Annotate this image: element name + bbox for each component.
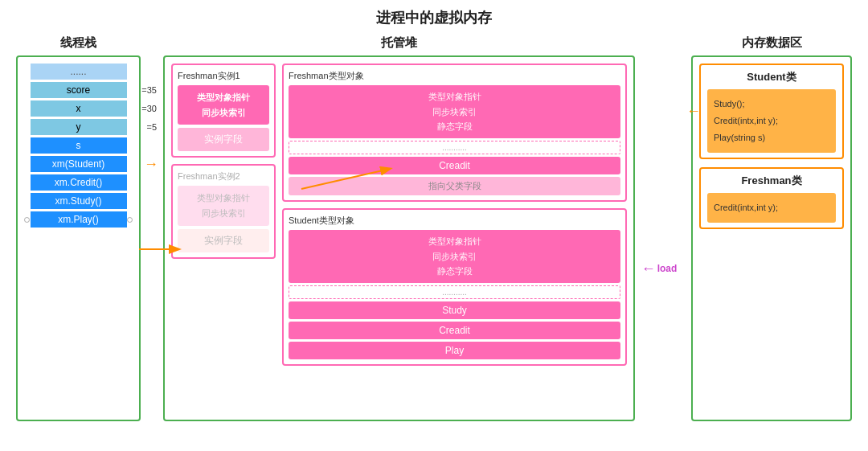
memory-section-label: 内存数据区 <box>742 35 802 51</box>
thread-stack-box: ...... score =35 x =30 y =5 s xm(Student… <box>16 55 141 421</box>
freshman1-pink-block: 类型对象指针 同步块索引 <box>178 85 269 125</box>
student-class-box: Student类 Study(); Credit(intx,int y); Pl… <box>699 64 844 159</box>
student-type-label: Student类型对象 <box>289 215 620 227</box>
stack-item-x: x <box>31 100 127 117</box>
stack-dot-right <box>127 217 133 223</box>
freshman2-box: Freshman实例2 类型对象指针 同步块索引 实例字段 <box>171 164 276 258</box>
stack-section-label: 线程栈 <box>60 35 96 51</box>
type-objects-column: Freshman类型对象 类型对象指针 同步块索引 静态字段 .........… <box>282 64 627 413</box>
student-class-arrow: ← <box>686 103 701 120</box>
stack-item-credit: xm.Credit() <box>31 174 127 191</box>
memory-data-box: Student类 Study(); Credit(intx,int y); Pl… <box>691 55 852 421</box>
student-type-pink: 类型对象指针 同步块索引 静态字段 <box>289 230 620 283</box>
freshman1-box: Freshman实例1 类型对象指针 同步块索引 实例字段 <box>171 64 276 158</box>
instances-column: Freshman实例1 类型对象指针 同步块索引 实例字段 Freshman实例… <box>171 64 276 413</box>
stack-item-play: xm.Play() <box>31 211 127 228</box>
freshman1-sync: 同步块索引 <box>182 105 264 121</box>
student-method-study: Study <box>289 301 620 319</box>
freshman2-sync: 同步块索引 <box>182 206 264 221</box>
stack-item-score: score <box>31 82 127 98</box>
page-title: 进程中的虚拟内存 <box>376 8 492 27</box>
stack-item-study: xm.Study() <box>31 193 127 209</box>
stack-item-y: y <box>31 119 127 135</box>
student-method-2: Credit(intx,int y); <box>714 113 829 129</box>
freshman2-instance-field: 实例字段 <box>178 229 269 252</box>
stack-item-s: s <box>31 137 127 154</box>
freshman2-light-block: 类型对象指针 同步块索引 <box>178 186 269 225</box>
freshman-type-method: Creadit <box>289 157 620 174</box>
freshman2-label: Freshman实例2 <box>178 170 269 182</box>
freshman1-type-ptr: 类型对象指针 <box>182 90 264 105</box>
freshman1-label: Freshman实例1 <box>178 70 269 82</box>
freshman2-type-ptr: 类型对象指针 <box>182 191 264 206</box>
stack-value-y: =5 <box>146 122 157 132</box>
student-method-play: Play <box>289 342 620 359</box>
load-arrow: ← <box>641 260 656 277</box>
freshman-class-box: Freshman类 Credit(intx,int y); <box>699 167 844 229</box>
freshman-type-dashed: ........... <box>289 141 620 154</box>
freshman-class-inner: Credit(intx,int y); <box>707 193 836 223</box>
heap-section-label: 托管堆 <box>381 35 417 51</box>
freshman-class-label: Freshman类 <box>707 174 836 188</box>
freshman-method-1: Credit(intx,int y); <box>714 199 829 216</box>
freshman-type-pink: 类型对象指针 同步块索引 静态字段 <box>289 85 620 138</box>
student-type-dashed: ........... <box>289 285 620 299</box>
freshman1-instance-field: 实例字段 <box>178 128 269 151</box>
student-class-label: Student类 <box>707 70 836 84</box>
stack-item-xm: xm(Student) <box>31 156 127 172</box>
student-method-1: Study(); <box>714 96 829 113</box>
student-type-box: Student类型对象 类型对象指针 同步块索引 静态字段 ..........… <box>282 208 627 366</box>
stack-arrow-xm: → <box>144 156 158 173</box>
freshman-type-label: Freshman类型对象 <box>289 70 620 82</box>
stack-value-score: =35 <box>141 85 157 95</box>
stack-item-dots: ...... <box>31 64 127 80</box>
freshman-type-parent: 指向父类字段 <box>289 177 620 195</box>
freshman-type-box: Freshman类型对象 类型对象指针 同步块索引 静态字段 .........… <box>282 64 627 202</box>
stack-value-x: =30 <box>141 104 157 113</box>
student-method-credit: Creadit <box>289 322 620 339</box>
stack-dot-left <box>24 217 30 223</box>
load-label: load <box>657 263 678 274</box>
managed-heap-box: Freshman实例1 类型对象指针 同步块索引 实例字段 Freshman实例… <box>163 55 635 421</box>
student-method-3: Play(string s) <box>714 129 829 146</box>
student-class-inner: Study(); Credit(intx,int y); Play(string… <box>707 89 836 153</box>
